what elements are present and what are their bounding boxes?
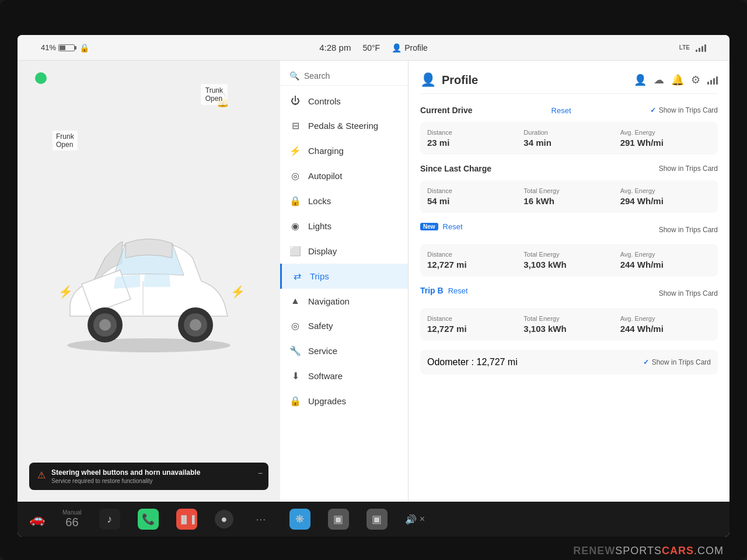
signal-bar-4 [704, 44, 706, 52]
current-drive-title: Current Drive [420, 106, 472, 115]
autopilot-icon: ◎ [289, 170, 301, 181]
menu-item-navigation[interactable]: ▲ Navigation [280, 289, 408, 313]
car-shadow [67, 338, 231, 352]
current-duration-value: 34 min [523, 138, 614, 148]
trip-a-trips-label: Show in Trips Card [659, 226, 718, 234]
volume-control[interactable]: 🔊 × [405, 514, 425, 525]
trip-b-total-energy-value: 3,103 kWh [523, 324, 614, 334]
controls-icon: ⏻ [289, 96, 301, 106]
charging-indicator-right: ⚡ [231, 285, 245, 299]
warning-close-button[interactable]: − [258, 468, 263, 478]
roof [125, 239, 172, 258]
trip-a-total-energy-label: Total Energy [523, 251, 614, 258]
warning-title: Steering wheel buttons and horn unavaila… [51, 468, 200, 477]
since-charge-show-trips[interactable]: Show in Trips Card [659, 164, 718, 173]
charge-energy-total-stat: Total Energy 16 kWh [523, 187, 614, 206]
controls-label: Controls [308, 96, 341, 106]
taskbar-pad-app[interactable]: ▣ [366, 509, 388, 530]
search-label: Search [304, 71, 330, 80]
taskbar-phone-app[interactable]: 📞 [138, 509, 159, 530]
battery-bar [58, 44, 75, 51]
profile-icon-row: 👤 ☁ 🔔 ⚙ [634, 74, 718, 86]
trip-b-trips-label: Show in Trips Card [659, 289, 718, 298]
trip-a-distance-value: 12,727 mi [427, 260, 518, 270]
current-drive-show-trips[interactable]: ✓ Show in Trips Card [650, 106, 718, 114]
odometer-trips-label: Show in Trips Card [652, 358, 711, 366]
charge-distance-value: 54 mi [427, 196, 518, 206]
person-add-icon[interactable]: 👤 [634, 74, 647, 86]
checkmark-icon: ✓ [650, 106, 656, 114]
signal-bar-2 [699, 48, 700, 52]
navigation-icon: ▲ [289, 296, 301, 306]
volume-icon: 🔊 [405, 514, 417, 525]
trip-a-reset[interactable]: Reset [443, 222, 463, 231]
current-energy-stat: Avg. Energy 291 Wh/mi [620, 129, 711, 148]
trip-b-reset[interactable]: Reset [448, 286, 468, 295]
bell-icon[interactable]: 🔔 [671, 74, 684, 86]
screen: 41% 🔒 4:28 pm 50°F 👤 Profile LTE [18, 35, 729, 537]
trips-icon: ⇄ [291, 271, 303, 282]
trip-b-distance-value: 12,727 mi [427, 324, 518, 334]
taskbar-music-app[interactable]: ♪ [99, 509, 120, 530]
display-label: Display [308, 246, 337, 256]
menu-item-charging[interactable]: ⚡ Charging [280, 138, 408, 163]
person-icon: 👤 [392, 43, 402, 52]
current-distance-label: Distance [427, 129, 518, 136]
search-bar[interactable]: 🔍 Search [280, 66, 408, 86]
current-drive-reset[interactable]: Reset [551, 106, 571, 115]
trips-label: Trips [310, 271, 329, 281]
trip-b-show-trips[interactable]: Show in Trips Card [659, 289, 718, 298]
current-energy-label: Avg. Energy [620, 129, 711, 136]
menu-item-upgrades[interactable]: 🔒 Upgrades [280, 388, 408, 414]
status-bar-center: 4:28 pm 50°F 👤 Profile [319, 43, 428, 52]
taskbar: 🚗 Manual 66 ♪ 📞 ▐▌▐ ● ··· ❋ ▣ ▣ 🔊 × [18, 502, 729, 537]
taskbar-energy-app[interactable]: ▐▌▐ [176, 509, 197, 530]
odometer-display: Odometer : 12,727 mi [427, 357, 518, 368]
locks-label: Locks [308, 196, 331, 206]
trunk-status: Open [205, 94, 223, 103]
menu-item-locks[interactable]: 🔒 Locks [280, 188, 408, 214]
menu-item-software[interactable]: ⬇ Software [280, 363, 408, 388]
taskbar-bluetooth-app[interactable]: ❋ [289, 509, 310, 530]
trip-b-section: Trip B Reset Show in Trips Card Distance… [420, 286, 718, 341]
status-bar-right: LTE [679, 44, 706, 52]
taskbar-circle-app[interactable]: ● [215, 510, 233, 528]
taskbar-notes-app[interactable]: ▣ [328, 509, 349, 530]
profile-nav-item[interactable]: 👤 Profile [392, 43, 428, 52]
trip-a-section: New Reset Show in Trips Card Distance 12… [420, 222, 718, 276]
menu-item-autopilot[interactable]: ◎ Autopilot [280, 163, 408, 188]
signal-bar-1 [696, 50, 697, 52]
odometer-checkmark: ✓ [643, 358, 649, 366]
since-last-charge-section: Since Last Charge Show in Trips Card Dis… [420, 164, 718, 213]
menu-item-pedals[interactable]: ⊟ Pedals & Steering [280, 113, 408, 138]
menu-item-service[interactable]: 🔧 Service [280, 338, 408, 363]
since-last-charge-header: Since Last Charge Show in Trips Card [420, 164, 718, 173]
since-charge-stats: Distance 54 mi Total Energy 16 kWh Avg. … [420, 180, 718, 213]
trip-b-title: Trip B [420, 286, 444, 295]
settings-icon[interactable]: ⚙ [691, 74, 700, 86]
trip-a-distance-label: Distance [427, 251, 518, 258]
menu-item-display[interactable]: ⬜ Display [280, 239, 408, 264]
odometer-show-trips[interactable]: ✓ Show in Trips Card [643, 358, 711, 366]
cloud-icon[interactable]: ☁ [654, 74, 664, 86]
current-duration-label: Duration [523, 129, 614, 136]
watermark-cars: CARS [662, 545, 694, 556]
signal-bars [696, 44, 706, 52]
menu-item-lights[interactable]: ◉ Lights [280, 214, 408, 239]
trip-a-stats: Distance 12,727 mi Total Energy 3,103 kW… [420, 244, 718, 276]
trip-a-show-trips[interactable]: Show in Trips Card [659, 226, 718, 234]
taskbar-more-app[interactable]: ··· [251, 509, 272, 530]
menu-item-trips[interactable]: ⇄ Trips [280, 264, 408, 289]
current-energy-value: 291 Wh/mi [620, 138, 711, 148]
menu-item-safety[interactable]: ◎ Safety [280, 313, 408, 338]
charging-label: Charging [308, 146, 344, 156]
display-icon: ⬜ [289, 246, 301, 257]
trip-b-total-energy-label: Total Energy [523, 315, 614, 322]
trip-b-header: Trip B Reset Show in Trips Card [420, 286, 718, 301]
trip-a-distance-stat: Distance 12,727 mi [427, 251, 518, 270]
charge-avg-energy-value: 294 Wh/mi [620, 196, 711, 206]
trunk-title: Trunk [205, 86, 223, 94]
watermark-renew: RENEW [573, 545, 615, 556]
autopilot-label: Autopilot [308, 171, 342, 181]
menu-item-controls[interactable]: ⏻ Controls [280, 89, 408, 113]
